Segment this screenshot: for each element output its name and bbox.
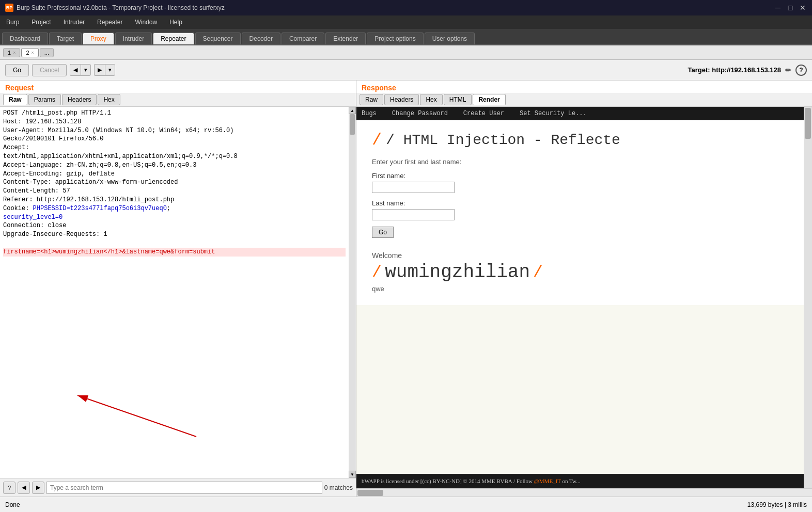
- nav-set-security[interactable]: Set Security Le...: [520, 110, 587, 117]
- menu-repeater[interactable]: Repeater: [95, 18, 124, 27]
- response-footer: bWAPP is licensed under [(cc) BY-NC-ND] …: [356, 474, 812, 488]
- forward-button[interactable]: ▶: [94, 64, 105, 76]
- last-name-label: Last name:: [372, 199, 797, 207]
- request-connection: Connection: close: [3, 221, 346, 230]
- menu-project[interactable]: Project: [29, 18, 53, 27]
- subtab-1[interactable]: 1 ×: [3, 48, 20, 57]
- tab-resp-headers[interactable]: Headers: [384, 94, 419, 105]
- response-scrollbar[interactable]: [804, 107, 812, 488]
- security-level-link[interactable]: security_level=0: [3, 214, 63, 221]
- request-upgrade: Upgrade-Insecure-Requests: 1: [3, 230, 346, 239]
- target-url: Target: http://192.168.153.128: [688, 66, 781, 74]
- menu-burp[interactable]: Burp: [4, 18, 21, 27]
- last-name-value: qwe: [372, 285, 797, 293]
- window-title: Burp Suite Professional v2.0beta - Tempo…: [17, 4, 225, 11]
- tab-dashboard[interactable]: Dashboard: [2, 33, 48, 44]
- tab-resp-raw[interactable]: Raw: [360, 94, 383, 105]
- help-icon[interactable]: ?: [795, 65, 807, 76]
- request-line-4: Gecko/20100101 Firefox/56.0: [3, 135, 346, 143]
- main-content: Request Raw Params Headers Hex POST /htm…: [0, 81, 812, 497]
- request-blank: [3, 239, 346, 248]
- forward-dropdown-button[interactable]: ▾: [105, 64, 115, 76]
- target-info: Target: http://192.168.153.128 ✏ ?: [688, 65, 807, 76]
- main-tab-bar: Dashboard Target Proxy Intruder Repeater…: [0, 29, 812, 45]
- request-body[interactable]: POST /htmli_post.php HTTP/1.1 Host: 192.…: [0, 107, 349, 478]
- tab-decoder[interactable]: Decoder: [242, 33, 280, 44]
- subtab-2[interactable]: 2 ×: [21, 48, 38, 57]
- request-line-8: Accept-Encoding: gzip, deflate: [3, 170, 346, 179]
- first-name-input[interactable]: [372, 182, 455, 193]
- forward-nav-group: ▶ ▾: [94, 64, 115, 76]
- status-bar: Done 13,699 bytes | 3 millis: [0, 497, 812, 512]
- tab-params[interactable]: Params: [28, 94, 61, 105]
- mme-link[interactable]: @MME_IT: [534, 478, 561, 484]
- tab-sequencer[interactable]: Sequencer: [195, 33, 241, 44]
- close-button[interactable]: ✕: [799, 4, 807, 12]
- subtab-bar: 1 × 2 × ...: [0, 45, 812, 60]
- injected-content: / wumingzhilian /: [372, 262, 797, 283]
- tab-resp-render[interactable]: Render: [473, 94, 505, 105]
- request-cookie-line: Cookie: PHPSESSID=t223s477lfapq75o6i3qv7…: [3, 204, 346, 222]
- nav-create-user[interactable]: Create User: [463, 110, 504, 117]
- phpsessid-link[interactable]: PHPSESSID=t223s477lfapq75o6i3qv7ueq0: [33, 205, 167, 212]
- search-next-button[interactable]: ▶: [32, 482, 44, 494]
- form-go-button[interactable]: Go: [372, 227, 394, 238]
- tab-hex[interactable]: Hex: [98, 94, 120, 105]
- tab-project-options[interactable]: Project options: [367, 33, 423, 44]
- rendered-content: Bugs Change Password Create User Set Sec…: [356, 107, 812, 488]
- search-prev-button[interactable]: ◀: [18, 482, 30, 494]
- request-panel: Request Raw Params Headers Hex POST /htm…: [0, 81, 356, 497]
- tab-proxy[interactable]: Proxy: [83, 33, 114, 44]
- go-button[interactable]: Go: [5, 64, 29, 76]
- request-line-7: Accept-Language: zh-CN,zh;q=0.8,en-US;q=…: [3, 161, 346, 170]
- request-tabs: Raw Params Headers Hex: [0, 93, 356, 107]
- back-button[interactable]: ◀: [70, 64, 81, 76]
- request-line-1: POST /htmli_post.php HTTP/1.1: [3, 109, 346, 118]
- injected-name: wumingzhilian: [385, 262, 530, 283]
- tab-resp-hex[interactable]: Hex: [420, 94, 442, 105]
- app-icon: BP: [5, 4, 13, 12]
- cancel-button[interactable]: Cancel: [32, 64, 67, 76]
- tab-user-options[interactable]: User options: [425, 33, 475, 44]
- request-title: Request: [0, 81, 356, 93]
- status-text: Done: [5, 501, 20, 508]
- tab-raw[interactable]: Raw: [3, 94, 27, 105]
- menu-help[interactable]: Help: [167, 18, 184, 27]
- tab-repeater[interactable]: Repeater: [153, 33, 194, 44]
- nav-change-password[interactable]: Change Password: [392, 110, 448, 117]
- last-name-input[interactable]: [372, 209, 455, 220]
- request-referer: Referer: http://192.168.153.128/htmli_po…: [3, 196, 346, 204]
- bottom-scroll-thumb[interactable]: [357, 490, 383, 496]
- menu-intruder[interactable]: Intruder: [61, 18, 87, 27]
- tab-comparer[interactable]: Comparer: [282, 33, 324, 44]
- tab-headers[interactable]: Headers: [62, 94, 97, 105]
- license-badge: [(cc) BY-NC-ND]: [420, 478, 463, 484]
- request-line-10: Content-Length: 57: [3, 187, 346, 196]
- tab-extender[interactable]: Extender: [325, 33, 366, 44]
- tab-intruder[interactable]: Intruder: [115, 33, 152, 44]
- response-main-content: / / HTML Injection - Reflecte Enter your…: [356, 120, 812, 305]
- response-body: Bugs Change Password Create User Set Sec…: [356, 107, 812, 488]
- scroll-track: [349, 114, 356, 471]
- minimize-button[interactable]: ─: [774, 4, 782, 12]
- scroll-up-arrow[interactable]: ▲: [349, 107, 356, 114]
- tab-target[interactable]: Target: [49, 33, 82, 44]
- menu-window[interactable]: Window: [133, 18, 159, 27]
- back-dropdown-button[interactable]: ▾: [81, 64, 91, 76]
- subtab-more[interactable]: ...: [40, 48, 54, 57]
- search-input[interactable]: [46, 482, 322, 494]
- tab-resp-html[interactable]: HTML: [444, 94, 472, 105]
- nav-bugs[interactable]: Bugs: [362, 110, 377, 117]
- scroll-thumb[interactable]: [350, 114, 355, 135]
- bottom-scrollbar[interactable]: [356, 488, 812, 497]
- maximize-button[interactable]: □: [786, 4, 794, 12]
- bytes-info: 13,699 bytes | 3 millis: [747, 501, 807, 508]
- response-title: Response: [356, 81, 812, 93]
- title-bar: BP Burp Suite Professional v2.0beta - Te…: [0, 0, 812, 15]
- edit-target-icon[interactable]: ✏: [785, 66, 791, 74]
- search-help-button[interactable]: ?: [3, 482, 15, 494]
- request-post-data: firstname=<h1>wumingzhilian</h1>&lastnam…: [3, 248, 346, 257]
- left-scrollbar[interactable]: ▲ ▼: [349, 107, 356, 478]
- response-scroll-thumb[interactable]: [805, 108, 811, 139]
- scroll-down-arrow[interactable]: ▼: [349, 471, 356, 478]
